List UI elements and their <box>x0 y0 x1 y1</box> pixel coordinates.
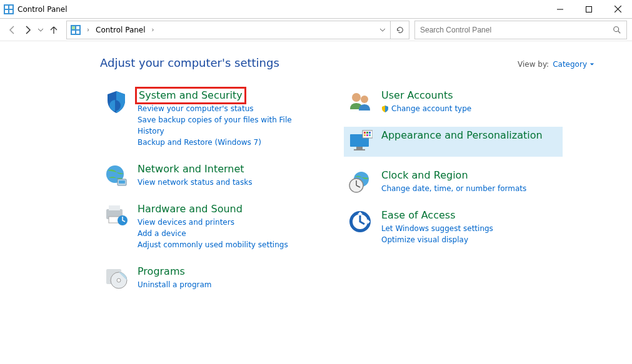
sub-link[interactable]: Change account type <box>381 103 471 114</box>
control-panel-icon <box>4 4 14 14</box>
window-title: Control Panel <box>18 5 68 14</box>
toolbar: › Control Panel › <box>0 19 632 41</box>
svg-rect-10 <box>72 26 75 29</box>
uac-shield-icon <box>381 105 389 112</box>
svg-rect-37 <box>366 134 368 136</box>
content: Adjust your computer's settings View by:… <box>0 41 632 293</box>
maximize-button[interactable] <box>574 0 603 19</box>
recent-dropdown[interactable] <box>38 27 44 33</box>
sub-link-label: Change account type <box>391 103 471 114</box>
svg-rect-30 <box>356 147 363 149</box>
svg-point-26 <box>117 278 121 282</box>
svg-rect-36 <box>364 134 366 136</box>
header-row: Adjust your computer's settings View by:… <box>100 56 594 69</box>
globe-icon <box>104 163 129 188</box>
category-title[interactable]: Network and Internet <box>138 163 252 175</box>
refresh-button[interactable] <box>390 21 409 39</box>
close-button[interactable] <box>603 0 632 19</box>
svg-rect-2 <box>9 6 13 9</box>
category-title[interactable]: System and Security <box>138 89 244 102</box>
view-by-label: View by: <box>518 60 549 69</box>
category-network[interactable]: Network and Internet View network status… <box>100 160 306 190</box>
svg-line-15 <box>618 31 621 33</box>
categories: System and Security Review your computer… <box>100 87 594 293</box>
svg-rect-19 <box>119 180 125 184</box>
category-title[interactable]: Appearance and Personalization <box>381 129 543 142</box>
printer-icon <box>104 203 129 228</box>
svg-point-28 <box>361 96 368 103</box>
svg-rect-33 <box>364 132 366 134</box>
svg-rect-12 <box>72 31 75 34</box>
search-icon[interactable] <box>613 26 621 34</box>
sub-link[interactable]: Review your computer's status <box>138 103 303 114</box>
sub-link[interactable]: View network status and tasks <box>138 177 252 188</box>
control-panel-icon <box>71 25 81 35</box>
svg-rect-38 <box>369 134 371 136</box>
sub-link[interactable]: Adjust commonly used mobility settings <box>138 239 288 250</box>
clock-globe-icon <box>348 169 373 194</box>
category-title[interactable]: Clock and Region <box>381 169 526 182</box>
category-title[interactable]: Ease of Access <box>381 209 493 222</box>
view-by-value: Category <box>553 60 587 69</box>
window-controls <box>546 0 632 19</box>
address-bar[interactable]: › Control Panel › <box>67 25 375 35</box>
category-user-accounts[interactable]: User Accounts Change account type <box>344 87 563 117</box>
minimize-button[interactable] <box>546 0 574 19</box>
svg-rect-6 <box>586 6 592 12</box>
up-button[interactable] <box>49 25 59 35</box>
category-title[interactable]: Hardware and Sound <box>138 203 288 215</box>
category-title[interactable]: User Accounts <box>381 89 471 102</box>
sub-link[interactable]: Add a device <box>138 228 288 239</box>
svg-rect-31 <box>354 149 365 150</box>
svg-rect-13 <box>76 31 79 34</box>
svg-rect-34 <box>366 132 368 134</box>
forward-button[interactable] <box>23 25 33 35</box>
shield-icon <box>104 89 129 114</box>
category-system-security[interactable]: System and Security Review your computer… <box>100 87 306 150</box>
category-clock-region[interactable]: Clock and Region Change date, time, or n… <box>344 167 563 197</box>
category-hardware[interactable]: Hardware and Sound View devices and prin… <box>100 200 306 253</box>
view-by: View by: Category <box>518 60 594 69</box>
sub-link[interactable]: Backup and Restore (Windows 7) <box>138 137 303 148</box>
column-left: System and Security Review your computer… <box>100 87 306 293</box>
svg-rect-35 <box>369 132 371 134</box>
search-input[interactable] <box>420 26 613 34</box>
users-icon <box>348 89 373 114</box>
category-title[interactable]: Programs <box>138 265 212 278</box>
sub-link[interactable]: Optimize visual display <box>381 234 493 245</box>
breadcrumb-chevron[interactable]: › <box>84 26 92 33</box>
search-box[interactable] <box>414 21 627 39</box>
svg-point-14 <box>614 26 619 31</box>
back-button[interactable] <box>8 25 18 35</box>
view-by-dropdown[interactable]: Category <box>553 60 594 69</box>
category-programs[interactable]: Programs Uninstall a program <box>100 263 306 293</box>
disc-icon <box>104 265 129 290</box>
column-right: User Accounts Change account type Appear… <box>344 87 563 293</box>
category-ease-of-access[interactable]: Ease of Access Let Windows suggest setti… <box>344 207 563 248</box>
nav-arrows <box>5 25 61 35</box>
svg-rect-4 <box>9 10 13 13</box>
address-bar-wrap: › Control Panel › <box>66 21 409 39</box>
svg-point-27 <box>352 93 361 102</box>
sub-link[interactable]: Let Windows suggest settings <box>381 223 493 234</box>
page-heading: Adjust your computer's settings <box>100 56 279 69</box>
chevron-down-icon <box>589 62 594 67</box>
sub-link[interactable]: Change date, time, or number formats <box>381 183 526 194</box>
sub-link[interactable]: Save backup copies of your files with Fi… <box>138 114 303 137</box>
svg-rect-3 <box>5 10 8 13</box>
breadcrumb-root[interactable]: Control Panel <box>96 26 146 34</box>
svg-rect-1 <box>5 6 8 9</box>
breadcrumb-chevron[interactable]: › <box>149 26 157 33</box>
ease-of-access-icon <box>348 209 373 234</box>
category-appearance[interactable]: Appearance and Personalization <box>344 127 563 157</box>
sub-link[interactable]: Uninstall a program <box>138 279 212 290</box>
titlebar: Control Panel <box>0 0 632 19</box>
monitor-icon <box>348 129 373 154</box>
address-dropdown[interactable] <box>375 21 390 39</box>
svg-rect-11 <box>76 26 79 29</box>
sub-link[interactable]: View devices and printers <box>138 217 288 228</box>
svg-rect-21 <box>109 205 120 210</box>
